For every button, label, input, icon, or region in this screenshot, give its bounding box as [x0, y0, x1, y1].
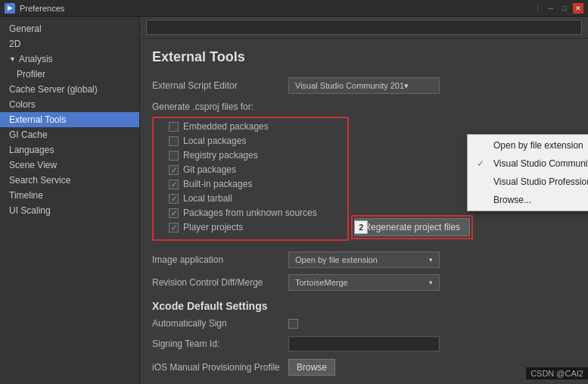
checkbox-embedded[interactable]	[169, 122, 179, 132]
sidebar-label-cache-server: Cache Server (global)	[9, 84, 98, 95]
sidebar-label-profiler: Profiler	[17, 69, 45, 80]
sidebar-item-profiler[interactable]: Profiler	[0, 67, 139, 82]
image-app-dropdown-arrow: ▾	[429, 256, 433, 264]
dropdown-popup: 1 Open by file extension✓Visual Studio C…	[467, 134, 588, 211]
regen-row: 2 Regenerate project files	[351, 215, 473, 239]
popup-item-open-by-ext[interactable]: Open by file extension	[468, 136, 588, 155]
popup-checkmark-vs2019-community: ✓	[477, 158, 489, 169]
revision-control-dropdown[interactable]: TortoiseMerge ▾	[288, 274, 440, 291]
sidebar-item-timeline[interactable]: Timeline	[0, 188, 139, 203]
auto-sign-checkbox[interactable]	[288, 319, 298, 329]
search-input[interactable]	[146, 20, 582, 35]
section-title: External Tools	[152, 49, 576, 65]
maximize-button[interactable]: □	[559, 3, 570, 14]
checkbox-git[interactable]	[169, 165, 179, 175]
checkbox-row-local: Local packages	[154, 136, 344, 146]
checkbox-builtin[interactable]	[169, 180, 179, 189]
popup-label-vs2019-professional: Visual Studio Professional 2019 [16.4.2]	[493, 176, 588, 187]
checkbox-row-git: Git packages	[154, 164, 344, 175]
revision-control-row: Revision Control Diff/Merge TortoiseMerg…	[152, 274, 576, 291]
popup-label-browse: Browse...	[493, 195, 531, 205]
sidebar-label-general: General	[9, 23, 42, 34]
sidebar-item-general[interactable]: General	[0, 21, 139, 36]
sidebar-item-cache-server[interactable]: Cache Server (global)	[0, 82, 139, 97]
checkbox-row-local-tarball: Local tarball	[154, 193, 344, 204]
minimize-button[interactable]: ─	[546, 3, 556, 14]
checkbox-label-player-projects: Player projects	[183, 222, 243, 233]
content-body: External Tools External Script Editor Vi…	[140, 39, 588, 384]
checkbox-local-tarball[interactable]	[169, 194, 179, 204]
content-panel: External Tools External Script Editor Vi…	[140, 17, 588, 384]
lower-section: Image application Open by file extension…	[152, 251, 576, 376]
checkbox-label-git: Git packages	[183, 164, 236, 175]
sidebar-label-search-service: Search Service	[9, 175, 70, 186]
main-container: General2D▼AnalysisProfilerCache Server (…	[0, 17, 588, 384]
search-bar	[140, 17, 588, 39]
sidebar-arrow-analysis: ▼	[9, 55, 16, 63]
sidebar-label-timeline: Timeline	[9, 190, 43, 201]
checkbox-row-player-projects: Player projects	[154, 222, 344, 233]
image-app-dropdown[interactable]: Open by file extension ▾	[288, 251, 440, 268]
titlebar-controls: ⋮ ─ □ ✕	[532, 3, 583, 14]
checkbox-registry[interactable]	[169, 151, 179, 161]
checkbox-local[interactable]	[169, 136, 179, 146]
sidebar-label-analysis: Analysis	[19, 54, 53, 64]
checkbox-player-projects[interactable]	[169, 223, 179, 233]
popup-item-browse[interactable]: Browse...	[468, 191, 588, 209]
xcode-title: Xcode Default Settings	[152, 300, 576, 312]
close-button[interactable]: ✕	[573, 3, 583, 14]
generate-label: Generate .csproj files for:	[152, 101, 576, 112]
sidebar-item-scene-view[interactable]: Scene View	[0, 158, 139, 173]
ios-browse-button[interactable]: Browse	[288, 359, 335, 376]
ios-profile-label: iOS Manual Provisioning Profile	[152, 362, 288, 373]
signing-team-row: Signing Team Id:	[152, 336, 576, 351]
sidebar-item-2d[interactable]: 2D	[0, 36, 139, 52]
titlebar-title: Preferences	[20, 4, 532, 13]
badge-2: 2	[354, 220, 368, 234]
external-script-editor-row: External Script Editor Visual Studio Com…	[152, 77, 576, 94]
checkbox-row-builtin: Built-in packages	[154, 179, 344, 189]
checkbox-label-unknown-sources: Packages from unknown sources	[183, 208, 317, 218]
popup-label-open-by-ext: Open by file extension	[493, 140, 583, 151]
sidebar-label-languages: Languages	[9, 145, 54, 155]
external-script-editor-dropdown[interactable]: Visual Studio Community 201▾	[288, 77, 440, 94]
sidebar-item-ui-scaling[interactable]: UI Scaling	[0, 203, 139, 218]
sidebar-item-colors[interactable]: Colors	[0, 97, 139, 112]
sidebar-label-external-tools: External Tools	[9, 114, 66, 125]
sidebar-item-gi-cache[interactable]: GI Cache	[0, 127, 139, 142]
sidebar-label-ui-scaling: UI Scaling	[9, 205, 51, 216]
popup-item-vs2019-professional[interactable]: Visual Studio Professional 2019 [16.4.2]	[468, 173, 588, 191]
image-app-label: Image application	[152, 254, 288, 265]
image-application-row: Image application Open by file extension…	[152, 251, 576, 268]
external-script-editor-label: External Script Editor	[152, 80, 288, 91]
checkbox-row-registry: Registry packages	[154, 150, 344, 161]
checkbox-highlight-box: Embedded packagesLocal packagesRegistry …	[152, 117, 349, 241]
signing-team-input[interactable]	[288, 336, 440, 351]
checkbox-unknown-sources[interactable]	[169, 208, 179, 218]
revision-dropdown-arrow: ▾	[429, 279, 433, 286]
checkbox-label-registry: Registry packages	[183, 150, 258, 161]
sidebar-item-analysis[interactable]: ▼Analysis	[0, 52, 139, 67]
regen-button[interactable]: Regenerate project files	[354, 218, 470, 236]
checkbox-label-builtin: Built-in packages	[183, 179, 252, 189]
sidebar-label-scene-view: Scene View	[9, 160, 57, 170]
auto-sign-label: Automatically Sign	[152, 318, 288, 329]
checkbox-label-embedded: Embedded packages	[183, 121, 269, 132]
checkbox-label-local: Local packages	[183, 136, 246, 146]
sidebar-item-external-tools[interactable]: External Tools	[0, 112, 139, 127]
checkbox-row-unknown-sources: Packages from unknown sources	[154, 208, 344, 218]
checkbox-label-local-tarball: Local tarball	[183, 193, 232, 204]
popup-label-vs2019-community: Visual Studio Community 2019 [16.9.2]	[493, 158, 588, 169]
ios-profile-row: iOS Manual Provisioning Profile Browse	[152, 359, 576, 376]
regen-highlight: 2 Regenerate project files	[351, 215, 473, 239]
dropdown-trigger-container: Visual Studio Community 201▾ 1 Open by f…	[288, 77, 440, 94]
sidebar: General2D▼AnalysisProfilerCache Server (…	[0, 17, 140, 384]
revision-control-label: Revision Control Diff/Merge	[152, 277, 288, 288]
menu-button[interactable]: ⋮	[532, 3, 543, 14]
sidebar-item-languages[interactable]: Languages	[0, 142, 139, 158]
sidebar-label-gi-cache: GI Cache	[9, 130, 48, 140]
sidebar-item-search-service[interactable]: Search Service	[0, 173, 139, 188]
checkbox-row-embedded: Embedded packages	[154, 121, 344, 132]
popup-item-vs2019-community[interactable]: ✓Visual Studio Community 2019 [16.9.2]	[468, 155, 588, 173]
titlebar-icon: ▶	[5, 3, 15, 14]
